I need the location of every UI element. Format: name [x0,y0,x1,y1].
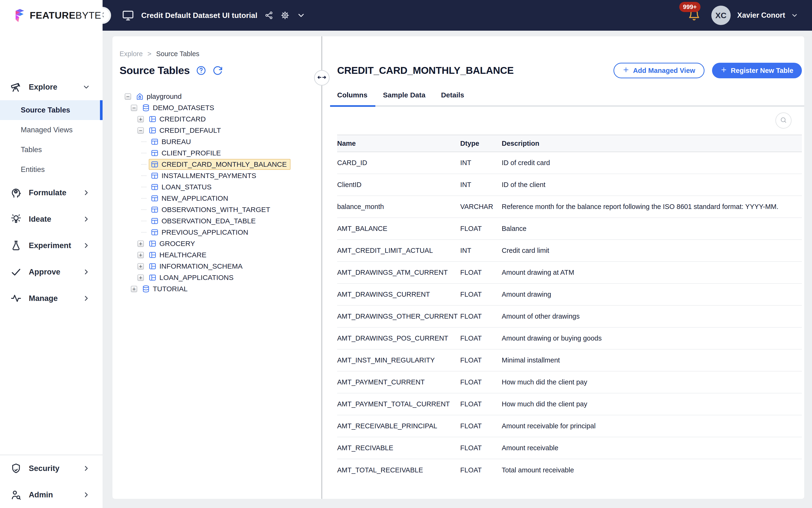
cell-dtype: FLOAT [460,462,502,478]
table-row-amt_balance[interactable]: AMT_BALANCE FLOAT Balance [337,218,802,240]
tree-node-loan_applications[interactable]: + LOAN_APPLICATIONS [120,272,322,283]
column-header-dtype: Dtype [460,140,502,147]
table-row-amt_drawings_current[interactable]: AMT_DRAWINGS_CURRENT FLOAT Amount drawin… [337,284,802,306]
table-row-amt_inst_min_regularity[interactable]: AMT_INST_MIN_REGULARITY FLOAT Minimal in… [337,349,802,372]
breadcrumb-current[interactable]: Source Tables [156,50,199,58]
sidebar-section-approve[interactable]: Approve [0,259,102,285]
table-title: CREDIT_CARD_MONTHLY_BALANCE [337,65,614,76]
tree-node-new_application[interactable]: NEW_APPLICATION [120,193,322,204]
tree-node-credit_default[interactable]: − CREDIT_DEFAULT [120,125,322,136]
project-chevron-down-icon[interactable] [297,11,306,20]
table-row-card_id[interactable]: CARD_ID INT ID of credit card [337,152,802,174]
user-name: Xavier Conort [737,11,785,19]
sidebar-section-explore[interactable]: Explore [0,74,102,100]
sidebar-section-manage[interactable]: Manage [0,285,102,311]
tree-node-client_profile[interactable]: CLIENT_PROFILE [120,147,322,159]
sidebar-item-entities[interactable]: Entities [0,160,102,179]
table-detail-header: CREDIT_CARD_MONTHLY_BALANCE Add Managed … [337,63,802,78]
expand-expander[interactable]: + [137,263,144,269]
user-menu-chevron-down-icon[interactable] [791,11,798,19]
tree-node-chip: PREVIOUS_APPLICATION [149,227,252,238]
column-header-description: Description [502,140,802,147]
sidebar-section-label: Experiment [29,241,71,250]
tree-connector [141,187,146,187]
tree-node-credit_card_monthly_balance[interactable]: CREDIT_CARD_MONTHLY_BALANCE [120,159,322,170]
sidebar-section-admin[interactable]: Admin [0,481,102,508]
table-row-clientid[interactable]: ClientID INT ID of the client [337,174,802,196]
splitter-handle[interactable] [314,70,330,86]
chevron-right-icon [82,242,90,250]
tree-node-previous_application[interactable]: PREVIOUS_APPLICATION [120,227,322,238]
brand-wordmark: FEATUREBYTE [30,10,101,21]
table-icon [151,183,159,191]
sidebar-section-experiment[interactable]: Experiment [0,232,102,259]
sidebar-section-ideate[interactable]: Ideate [0,206,102,232]
expand-expander[interactable]: + [137,241,144,247]
table-row-amt_payment_total_current[interactable]: AMT_PAYMENT_TOTAL_CURRENT FLOAT How much… [337,393,802,415]
tab-columns[interactable]: Columns [337,91,367,99]
tree-node-bureau[interactable]: BUREAU [120,136,322,147]
table-row-amt_recivable[interactable]: AMT_RECIVABLE FLOAT Amount receivable [337,437,802,459]
register-new-table-button[interactable]: Register New Table [712,63,802,78]
refresh-icon[interactable] [213,65,223,76]
manage-icon [10,293,22,304]
tree-connector [141,153,146,153]
table-row-amt_drawings_atm_current[interactable]: AMT_DRAWINGS_ATM_CURRENT FLOAT Amount dr… [337,262,802,284]
tree-node-observation_eda_table[interactable]: OBSERVATION_EDA_TABLE [120,215,322,227]
help-circle-icon[interactable] [196,65,206,76]
tree-node-demo_datasets[interactable]: − DEMO_DATASETS [120,102,322,114]
notifications-button[interactable]: 999+ [688,8,701,22]
expand-expander[interactable]: + [137,116,144,122]
cell-name: AMT_RECIVABLE [337,440,460,456]
tree-node-chip: playground [134,91,185,102]
table-row-amt_payment_current[interactable]: AMT_PAYMENT_CURRENT FLOAT How much did t… [337,372,802,393]
tree-node-installments_payments[interactable]: INSTALLMENTS_PAYMENTS [120,170,322,181]
sidebar-bottom-nav: Security Admin [0,455,102,508]
expand-expander[interactable]: + [137,274,144,281]
tree-node-loan_status[interactable]: LOAN_STATUS [120,181,322,193]
table-row-amt_credit_limit_actual[interactable]: AMT_CREDIT_LIMIT_ACTUAL INT Credit card … [337,240,802,262]
gear-icon[interactable] [280,11,289,20]
tree-node-grocery[interactable]: + GROCERY [120,238,322,249]
avatar[interactable]: XC [711,6,731,25]
tree-node-playground[interactable]: − playground [120,91,322,102]
sidebar-item-source-tables[interactable]: Source Tables [0,100,102,120]
cell-dtype: FLOAT [460,264,502,281]
sidebar-section: Experiment [0,232,102,259]
table-row-amt_total_receivable[interactable]: AMT_TOTAL_RECEIVABLE FLOAT Total amount … [337,459,802,481]
sidebar-item-managed-views[interactable]: Managed Views [0,120,102,140]
tree-node-information_schema[interactable]: + INFORMATION_SCHEMA [120,261,322,272]
sidebar-section-formulate[interactable]: Formulate [0,179,102,206]
tree-node-observations_with_target[interactable]: OBSERVATIONS_WITH_TARGET [120,204,322,215]
sidebar-section-security[interactable]: Security [0,455,102,481]
breadcrumb-root[interactable]: Explore [120,50,143,58]
search-button[interactable] [775,113,792,129]
tree-node-healthcare[interactable]: + HEALTHCARE [120,249,322,261]
tree-node-chip: CREDITCARD [147,114,210,125]
table-row-balance_month[interactable]: balance_month VARCHAR Reference month fo… [337,196,802,218]
tree-node-tutorial[interactable]: + TUTORIAL [120,283,322,295]
sidebar-item-label: Tables [21,145,42,154]
share-icon[interactable] [265,11,273,20]
collapse-expander[interactable]: − [131,105,137,111]
topbar-left: Credit Default Dataset UI tutorial [102,9,306,22]
table-row-amt_drawings_pos_current[interactable]: AMT_DRAWINGS_POS_CURRENT FLOAT Amount dr… [337,328,802,349]
tab-details[interactable]: Details [441,91,464,99]
table-row-amt_drawings_other_current[interactable]: AMT_DRAWINGS_OTHER_CURRENT FLOAT Amount … [337,306,802,328]
tab-sample-data[interactable]: Sample Data [383,91,425,99]
chevron-right-icon [82,491,90,499]
collapse-expander[interactable]: − [125,93,131,100]
tree-node-creditcard[interactable]: + CREDITCARD [120,114,322,125]
home-icon [136,92,144,100]
panel-splitter[interactable] [322,36,322,499]
cell-description: Amount of other drawings [502,307,802,326]
schema-icon [148,273,156,282]
table-row-amt_receivable_principal[interactable]: AMT_RECEIVABLE_PRINCIPAL FLOAT Amount re… [337,415,802,437]
sidebar-item-tables[interactable]: Tables [0,140,102,160]
expand-expander[interactable]: + [131,286,137,292]
expand-expander[interactable]: + [137,252,144,258]
collapse-expander[interactable]: − [137,127,144,134]
add-managed-view-button[interactable]: Add Managed View [614,63,705,78]
brand-logo: FEATUREBYTE [0,0,102,31]
cell-dtype: INT [460,243,502,259]
